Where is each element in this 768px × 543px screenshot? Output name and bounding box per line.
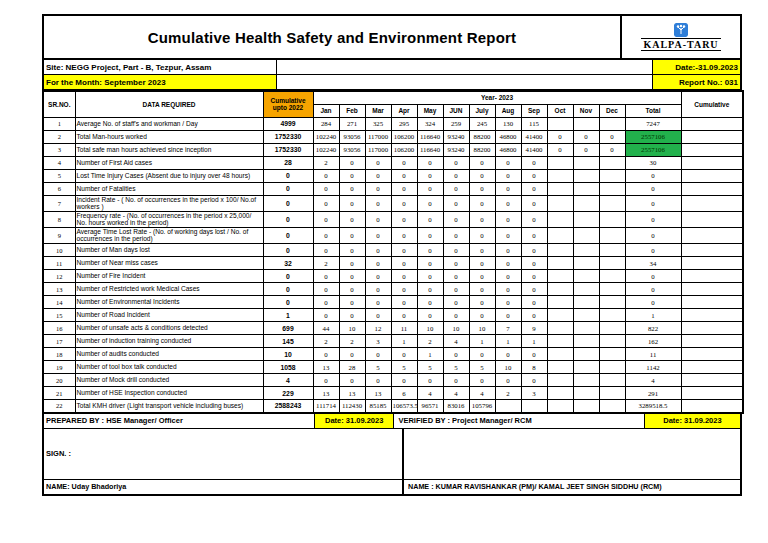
report-number: Report No.: 031 xyxy=(653,75,740,89)
row-month-value-5: 116640 xyxy=(417,130,443,143)
row-month-value-8: 0 xyxy=(495,182,521,195)
row-cumulative-2022: 1 xyxy=(263,309,313,322)
row-month-value-9: 0 xyxy=(521,182,547,195)
row-month-value-6: 83016 xyxy=(443,400,469,413)
row-srno: 7 xyxy=(43,195,75,211)
row-month-value-6: 0 xyxy=(443,348,469,361)
row-cumulative xyxy=(681,211,743,227)
row-month-value-5: 2 xyxy=(417,335,443,348)
row-srno: 14 xyxy=(43,296,75,309)
row-month-value-2: 13 xyxy=(339,387,365,400)
row-month-value-11 xyxy=(573,117,599,130)
table-row: 7Incident Rate - ( No. of occurrences in… xyxy=(43,195,743,211)
row-month-value-6: 0 xyxy=(443,244,469,257)
row-month-value-12: 0 xyxy=(599,143,625,156)
row-srno: 15 xyxy=(43,309,75,322)
table-row: 16Number of unsafe acts & conditions det… xyxy=(43,322,743,335)
row-cumulative-2022: 0 xyxy=(263,283,313,296)
row-month-value-2: 0 xyxy=(339,244,365,257)
site-row-spacer xyxy=(277,60,653,74)
col-header-mar: Mar xyxy=(365,104,391,117)
row-month-value-10 xyxy=(547,156,573,169)
table-row: 9Average Time Lost Rate - (No. of workin… xyxy=(43,227,743,243)
row-month-value-6: 0 xyxy=(443,182,469,195)
row-month-value-4: 106573.5 xyxy=(391,400,417,413)
row-srno: 17 xyxy=(43,335,75,348)
row-month-value-8: 46800 xyxy=(495,130,521,143)
table-row: 3Total safe man hours achieved since inc… xyxy=(43,143,743,156)
row-month-value-9: 0 xyxy=(521,296,547,309)
row-total: 0 xyxy=(625,270,681,283)
row-label: Number of Mock drill conducted xyxy=(75,374,263,387)
col-header-aug: Aug xyxy=(495,104,521,117)
row-month-value-7: 0 xyxy=(469,182,495,195)
table-row: 20Number of Mock drill conducted40000000… xyxy=(43,374,743,387)
row-srno: 8 xyxy=(43,211,75,227)
row-month-value-9: 9 xyxy=(521,322,547,335)
row-month-value-1: 2 xyxy=(313,156,339,169)
row-month-value-7: 0 xyxy=(469,283,495,296)
row-total: 0 xyxy=(625,211,681,227)
row-month-value-8: 0 xyxy=(495,211,521,227)
row-month-value-10 xyxy=(547,117,573,130)
row-month-value-8: 0 xyxy=(495,283,521,296)
row-month-value-5: 0 xyxy=(417,156,443,169)
row-srno: 2 xyxy=(43,130,75,143)
row-month-value-3: 0 xyxy=(365,257,391,270)
row-month-value-9: 1 xyxy=(521,335,547,348)
row-month-value-8: 2 xyxy=(495,387,521,400)
row-cumulative-2022: 1058 xyxy=(263,361,313,374)
row-label: Incident Rate - ( No. of occurrences in … xyxy=(75,195,263,211)
row-cumulative-2022: 32 xyxy=(263,257,313,270)
row-month-value-12 xyxy=(599,156,625,169)
table-row: 8Frequency rate - (No. of occurrences in… xyxy=(43,211,743,227)
row-month-value-9: 0 xyxy=(521,211,547,227)
row-month-value-6: 5 xyxy=(443,361,469,374)
row-month-value-2: 0 xyxy=(339,309,365,322)
row-month-value-2: 0 xyxy=(339,211,365,227)
row-total: 0 xyxy=(625,169,681,182)
row-month-value-7: 5 xyxy=(469,361,495,374)
row-month-value-5: 0 xyxy=(417,374,443,387)
row-month-value-6: 0 xyxy=(443,257,469,270)
row-month-value-4: 0 xyxy=(391,195,417,211)
row-month-value-10 xyxy=(547,169,573,182)
row-month-value-10 xyxy=(547,244,573,257)
row-month-value-10 xyxy=(547,296,573,309)
name-row: NAME: Uday Bhadoriya NAME : KUMAR RAVISH… xyxy=(42,480,742,496)
row-month-value-5: 0 xyxy=(417,270,443,283)
row-month-value-4: 0 xyxy=(391,227,417,243)
row-month-value-1: 0 xyxy=(313,283,339,296)
row-month-value-12 xyxy=(599,361,625,374)
row-month-value-5: 0 xyxy=(417,169,443,182)
row-cumulative-2022: 0 xyxy=(263,270,313,283)
row-month-value-1: 0 xyxy=(313,244,339,257)
row-month-value-11 xyxy=(573,283,599,296)
row-month-value-3: 0 xyxy=(365,182,391,195)
row-total: 2557106 xyxy=(625,143,681,156)
row-month-value-7: 4 xyxy=(469,387,495,400)
row-month-value-10 xyxy=(547,361,573,374)
row-month-value-5: 0 xyxy=(417,244,443,257)
row-month-value-4: 0 xyxy=(391,270,417,283)
row-month-value-7: 1 xyxy=(469,335,495,348)
row-month-value-3: 0 xyxy=(365,195,391,211)
row-month-value-8: 0 xyxy=(495,374,521,387)
row-month-value-4: 0 xyxy=(391,182,417,195)
row-cumulative-2022: 0 xyxy=(263,227,313,243)
row-month-value-11 xyxy=(573,169,599,182)
verified-by-label: VERIFIED BY : Project Manager/ RCM xyxy=(394,414,643,428)
table-row: 13Number of Restricted work Medical Case… xyxy=(43,283,743,296)
row-month-value-4: 1 xyxy=(391,335,417,348)
row-month-value-2: 0 xyxy=(339,195,365,211)
row-srno: 9 xyxy=(43,227,75,243)
row-month-value-4: 11 xyxy=(391,322,417,335)
row-month-value-1: 284 xyxy=(313,117,339,130)
row-month-value-3: 117000 xyxy=(365,143,391,156)
row-month-value-8 xyxy=(495,400,521,413)
row-label: Number of Man days lost xyxy=(75,244,263,257)
month-row: For the Month: September 2023 Report No.… xyxy=(42,75,742,90)
row-month-value-1: 0 xyxy=(313,374,339,387)
row-label: Number of unsafe acts & conditions detec… xyxy=(75,322,263,335)
row-month-value-4: 0 xyxy=(391,348,417,361)
